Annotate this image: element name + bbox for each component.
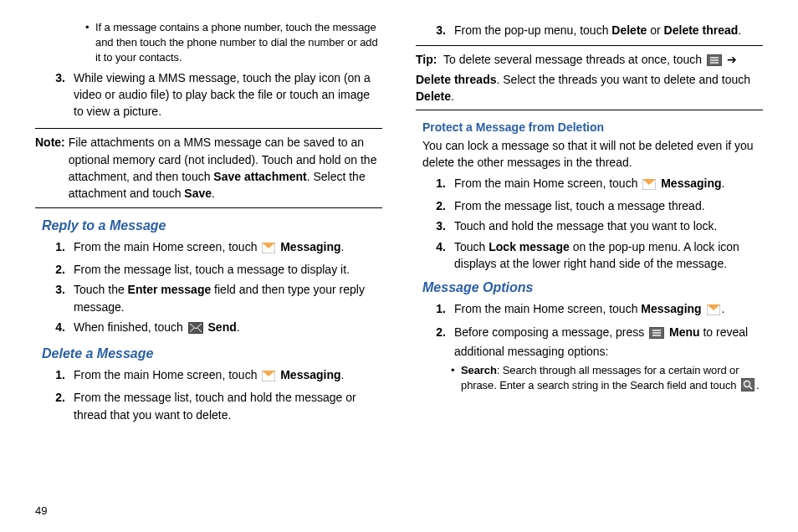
list-item: 2. Before composing a message, press Men… (416, 324, 763, 361)
list-item: 3. Touch the Enter message field and the… (35, 281, 382, 315)
text: When finished, touch (74, 320, 187, 334)
bold-text: Delete (611, 23, 647, 37)
tip-label: Tip: (416, 53, 440, 66)
note-block: Note: File attachments on a MMS message … (35, 128, 382, 207)
tip-body: To delete several message threads at onc… (416, 53, 750, 103)
bold-text: Send (208, 320, 237, 334)
bold-text: Search (461, 364, 497, 376)
menu-icon (649, 326, 664, 343)
text: . (722, 302, 725, 315)
step-number: 1. (35, 366, 74, 386)
protect-list: 1. From the main Home screen, touch Mess… (416, 175, 763, 272)
bold-text: Delete thread (664, 23, 739, 37)
heading-options: Message Options (422, 280, 763, 295)
note-label: Note: (35, 134, 69, 202)
text: . Select the threads you want to delete … (496, 73, 750, 86)
text: . (341, 240, 345, 253)
delete-list-cont: 3. From the pop-up menu, touch Delete or… (416, 22, 763, 38)
text: From the pop-up menu, touch (454, 23, 611, 37)
step-body: While viewing a MMS message, touch the p… (74, 69, 382, 120)
protect-intro: You can lock a message so that it will n… (422, 137, 763, 171)
tip-block: Tip: To delete several message threads a… (416, 45, 763, 110)
step-number: 2. (416, 324, 454, 361)
messaging-icon (642, 177, 656, 194)
bold-text: Menu (669, 325, 700, 339)
text: From the main Home screen, touch (454, 302, 641, 315)
list-item: 2. From the message list, touch a messag… (416, 197, 763, 214)
step-body: Before composing a message, press Menu t… (454, 324, 763, 361)
text: From the main Home screen, touch (454, 176, 641, 190)
step-number: 2. (416, 197, 454, 214)
bold-text: Delete (416, 90, 451, 103)
step-number: 1. (416, 300, 454, 320)
step-body: From the message list, touch a message t… (74, 261, 382, 278)
text: From the main Home screen, touch (74, 368, 260, 381)
step-number: 4. (416, 238, 454, 273)
list-item: 3. While viewing a MMS message, touch th… (35, 69, 382, 120)
step-number: 1. (416, 175, 454, 194)
heading-protect: Protect a Message from Deletion (422, 120, 763, 134)
page-number: 49 (35, 504, 47, 517)
text: . (341, 368, 345, 381)
send-icon (188, 321, 203, 338)
list-item: 4. When finished, touch Send. (35, 319, 382, 338)
svg-rect-13 (741, 378, 755, 391)
step-body: From the message list, touch and hold th… (74, 389, 382, 423)
text: To delete several message threads at onc… (443, 53, 705, 66)
bold-text: Save (184, 187, 212, 200)
two-column-layout: • If a message contains a phone number, … (35, 18, 763, 514)
step-number: 4. (35, 319, 74, 338)
right-column: 3. From the pop-up menu, touch Delete or… (416, 18, 763, 514)
step-number: 3. (416, 217, 454, 234)
heading-reply: Reply to a Message (42, 218, 382, 233)
text: . (212, 187, 215, 200)
step-body: From the main Home screen, touch Messagi… (74, 366, 382, 386)
text: Before composing a message, press (454, 325, 647, 339)
step-body: When finished, touch Send. (74, 319, 382, 338)
note-body: File attachments on a MMS message can be… (69, 134, 382, 202)
heading-delete: Delete a Message (42, 346, 382, 361)
options-list: 1. From the main Home screen, touch Mess… (416, 300, 763, 360)
step-body: From the message list, touch a message t… (454, 197, 763, 214)
search-icon (741, 378, 755, 396)
arrow-icon: ➔ (724, 53, 737, 66)
bold-text: Delete threads (416, 73, 496, 86)
list-item: 1. From the main Home screen, touch Mess… (35, 238, 382, 258)
bold-text: Save attachment (213, 170, 306, 183)
text: . (738, 23, 741, 37)
text: . (451, 90, 454, 103)
list-item: 4. Touch Lock message on the pop-up menu… (416, 238, 763, 273)
bullet-item: • Search: Search through all messages fo… (451, 363, 763, 396)
list-item: 1. From the main Home screen, touch Mess… (416, 175, 763, 194)
delete-list: 1. From the main Home screen, touch Mess… (35, 366, 382, 423)
manual-page: • If a message contains a phone number, … (0, 0, 798, 532)
list-item: 3. From the pop-up menu, touch Delete or… (416, 22, 763, 38)
bold-text: Messaging (280, 240, 340, 253)
step-body: Touch and hold the message that you want… (454, 217, 763, 234)
bold-text: Messaging (661, 176, 721, 190)
text: From the main Home screen, touch (74, 240, 260, 253)
text: or (647, 23, 663, 37)
step-body: Touch the Enter message field and then t… (74, 281, 382, 315)
bullet-item: • If a message contains a phone number, … (85, 20, 382, 66)
list-item: 1. From the main Home screen, touch Mess… (416, 300, 763, 320)
messaging-icon (262, 241, 275, 258)
bullet-body: Search: Search through all messages for … (461, 363, 763, 396)
bold-text: Messaging (280, 368, 340, 381)
step-number: 2. (35, 389, 74, 423)
step-body: From the pop-up menu, touch Delete or De… (454, 22, 763, 38)
step-number: 2. (35, 261, 74, 278)
step-body: From the main Home screen, touch Messagi… (454, 175, 763, 194)
list-item: 2. From the message list, touch a messag… (35, 261, 382, 278)
text: : Search through all messages for a cert… (461, 364, 739, 391)
bullet-dot: • (85, 20, 95, 66)
left-column: • If a message contains a phone number, … (35, 18, 382, 514)
step-body: Touch Lock message on the pop-up menu. A… (454, 238, 763, 273)
bold-text: Enter message (128, 283, 212, 296)
step-number: 3. (35, 281, 74, 315)
text: Touch the (74, 283, 128, 296)
bold-text: Messaging (641, 302, 701, 315)
step-body: From the main Home screen, touch Messagi… (454, 300, 763, 320)
text: Touch (454, 240, 489, 253)
bold-text: Lock message (489, 240, 570, 253)
